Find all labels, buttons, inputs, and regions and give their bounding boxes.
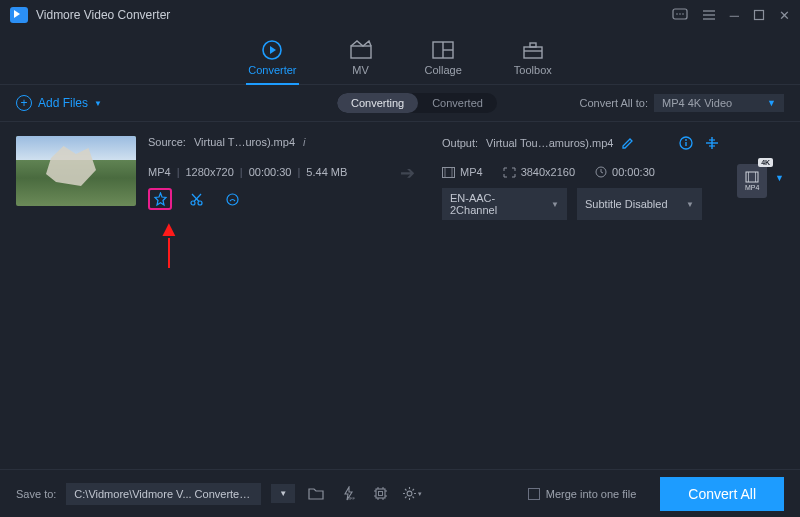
merge-checkbox[interactable]: Merge into one file bbox=[528, 488, 637, 500]
main-nav: Converter MV Collage Toolbox bbox=[0, 30, 800, 85]
info-icon[interactable]: i bbox=[303, 136, 305, 148]
tab-mv[interactable]: MV bbox=[347, 36, 375, 84]
toolbox-icon bbox=[521, 40, 545, 60]
save-path-field[interactable]: C:\Vidmore\Vidmore V... Converter\Conver… bbox=[66, 483, 261, 505]
output-info-icon[interactable] bbox=[679, 136, 693, 150]
app-logo-icon bbox=[10, 7, 28, 23]
checkbox-icon bbox=[528, 488, 540, 500]
output-resolution: 3840x2160 bbox=[521, 166, 575, 178]
svg-point-2 bbox=[679, 13, 681, 15]
output-duration: 00:00:30 bbox=[612, 166, 655, 178]
output-label: Output: bbox=[442, 137, 478, 149]
video-thumbnail[interactable] bbox=[16, 136, 136, 206]
enhance-button[interactable] bbox=[220, 188, 244, 210]
source-duration: 00:00:30 bbox=[249, 166, 292, 178]
svg-rect-39 bbox=[376, 489, 385, 498]
open-folder-icon[interactable] bbox=[305, 483, 327, 505]
feedback-icon[interactable] bbox=[672, 8, 688, 22]
video-format-icon bbox=[442, 167, 455, 178]
compress-icon[interactable] bbox=[705, 136, 719, 150]
svg-point-49 bbox=[407, 491, 412, 496]
svg-rect-35 bbox=[746, 172, 758, 182]
chevron-down-icon: ▼ bbox=[551, 200, 559, 209]
save-to-label: Save to: bbox=[16, 488, 56, 500]
svg-point-3 bbox=[682, 13, 684, 15]
svg-rect-15 bbox=[530, 43, 536, 47]
svg-line-34 bbox=[601, 172, 603, 173]
tab-toolbox[interactable]: Toolbox bbox=[512, 36, 554, 84]
minimize-icon[interactable]: ─ bbox=[730, 8, 739, 23]
svg-rect-29 bbox=[443, 167, 455, 177]
rename-icon[interactable] bbox=[621, 137, 634, 150]
svg-point-24 bbox=[685, 139, 687, 141]
convert-all-button[interactable]: Convert All bbox=[660, 477, 784, 511]
source-resolution: 1280x720 bbox=[185, 166, 233, 178]
tab-converter[interactable]: Converter bbox=[246, 36, 298, 84]
annotation-arrow-icon: ▲ bbox=[158, 220, 180, 268]
svg-rect-7 bbox=[755, 11, 764, 20]
svg-rect-14 bbox=[524, 47, 542, 58]
status-toggle: Converting Converted bbox=[337, 93, 497, 113]
add-files-button[interactable]: + Add Files ▼ bbox=[16, 95, 102, 111]
source-filename: Virtual T…uros).mp4 bbox=[194, 136, 295, 148]
cut-button[interactable] bbox=[184, 188, 208, 210]
output-format: MP4 bbox=[460, 166, 483, 178]
collage-icon bbox=[431, 40, 455, 60]
resolution-icon bbox=[503, 167, 516, 178]
close-icon[interactable]: ✕ bbox=[779, 8, 790, 23]
plus-icon: + bbox=[16, 95, 32, 111]
audio-track-select[interactable]: EN-AAC-2Channel▼ bbox=[442, 188, 567, 220]
maximize-icon[interactable] bbox=[753, 9, 765, 21]
output-format-dropdown[interactable]: ▼ bbox=[775, 173, 784, 183]
converter-icon bbox=[260, 40, 284, 60]
subtitle-select[interactable]: Subtitle Disabled▼ bbox=[577, 188, 702, 220]
svg-text:OFF: OFF bbox=[347, 496, 356, 501]
source-size: 5.44 MB bbox=[306, 166, 347, 178]
sub-toolbar: + Add Files ▼ Converting Converted Conve… bbox=[0, 85, 800, 122]
mv-icon bbox=[349, 40, 373, 60]
chevron-down-icon: ▼ bbox=[94, 99, 102, 108]
file-item: Source: Virtual T…uros).mp4 i MP4| 1280x… bbox=[0, 122, 800, 242]
svg-rect-10 bbox=[351, 46, 371, 58]
svg-rect-40 bbox=[378, 492, 382, 496]
menu-icon[interactable] bbox=[702, 9, 716, 21]
gpu-icon[interactable] bbox=[369, 483, 391, 505]
output-format-icon: 4K MP4 bbox=[737, 164, 767, 198]
convert-all-to-label: Convert All to: bbox=[580, 97, 648, 109]
source-format: MP4 bbox=[148, 166, 171, 178]
tab-collage[interactable]: Collage bbox=[423, 36, 464, 84]
svg-marker-9 bbox=[270, 46, 276, 54]
hw-accel-icon[interactable]: OFF bbox=[337, 483, 359, 505]
edit-effects-button[interactable] bbox=[148, 188, 172, 210]
chevron-down-icon: ▼ bbox=[767, 98, 776, 108]
settings-icon[interactable]: ▾ bbox=[401, 483, 423, 505]
save-path-dropdown[interactable]: ▼ bbox=[271, 484, 295, 503]
app-title: Vidmore Video Converter bbox=[36, 8, 170, 22]
chevron-down-icon: ▼ bbox=[686, 200, 694, 209]
toggle-converted[interactable]: Converted bbox=[418, 93, 497, 113]
toggle-converting[interactable]: Converting bbox=[337, 93, 418, 113]
footer-bar: Save to: C:\Vidmore\Vidmore V... Convert… bbox=[0, 469, 800, 517]
convert-all-format-select[interactable]: MP4 4K Video ▼ bbox=[654, 94, 784, 112]
source-label: Source: bbox=[148, 136, 186, 148]
svg-point-1 bbox=[676, 13, 678, 15]
output-filename: Virtual Tou…amuros).mp4 bbox=[486, 137, 613, 149]
title-bar: Vidmore Video Converter ─ ✕ bbox=[0, 0, 800, 30]
arrow-forward-icon: ➔ bbox=[400, 162, 430, 184]
duration-icon bbox=[595, 166, 607, 178]
